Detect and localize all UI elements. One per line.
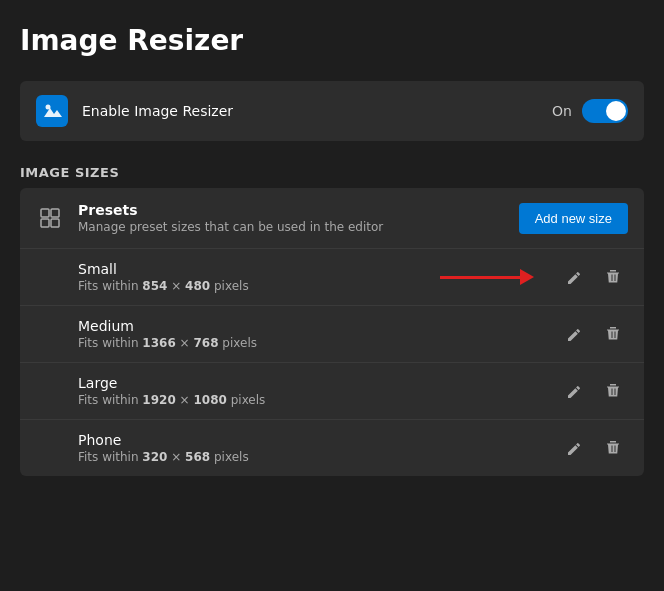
row-actions-large: [560, 376, 628, 406]
size-row-medium: Medium Fits within 1366 × 768 pixels: [20, 306, 644, 363]
size-row-phone: Phone Fits within 320 × 568 pixels: [20, 420, 644, 476]
svg-rect-2: [41, 209, 49, 217]
row-actions-small: [560, 262, 628, 292]
delete-phone-button[interactable]: [598, 433, 628, 463]
size-row-small: Small Fits within 854 × 480 pixels: [20, 249, 644, 306]
page-title: Image Resizer: [20, 24, 644, 57]
delete-small-button[interactable]: [598, 262, 628, 292]
size-desc-phone: Fits within 320 × 568 pixels: [78, 450, 560, 464]
add-new-size-button[interactable]: Add new size: [519, 203, 628, 234]
image-sizes-section: Image sizes Presets Manage preset sizes …: [20, 165, 644, 476]
enable-toggle[interactable]: [582, 99, 628, 123]
size-desc-small: Fits within 854 × 480 pixels: [78, 279, 560, 293]
size-name-small: Small: [78, 261, 560, 277]
delete-large-button[interactable]: [598, 376, 628, 406]
size-info-small: Small Fits within 854 × 480 pixels: [78, 261, 560, 293]
size-info-large: Large Fits within 1920 × 1080 pixels: [78, 375, 560, 407]
edit-small-button[interactable]: [560, 262, 590, 292]
svg-point-1: [46, 105, 51, 110]
svg-rect-5: [51, 219, 59, 227]
size-name-medium: Medium: [78, 318, 560, 334]
size-desc-large: Fits within 1920 × 1080 pixels: [78, 393, 560, 407]
enable-status: On: [552, 103, 572, 119]
size-name-large: Large: [78, 375, 560, 391]
delete-medium-button[interactable]: [598, 319, 628, 349]
size-info-medium: Medium Fits within 1366 × 768 pixels: [78, 318, 560, 350]
edit-phone-button[interactable]: [560, 433, 590, 463]
edit-medium-button[interactable]: [560, 319, 590, 349]
presets-text: Presets Manage preset sizes that can be …: [78, 202, 519, 234]
svg-rect-3: [41, 219, 49, 227]
presets-header: Presets Manage preset sizes that can be …: [20, 188, 644, 249]
row-actions-phone: [560, 433, 628, 463]
size-desc-medium: Fits within 1366 × 768 pixels: [78, 336, 560, 350]
size-name-phone: Phone: [78, 432, 560, 448]
presets-title: Presets: [78, 202, 519, 218]
presets-description: Manage preset sizes that can be used in …: [78, 220, 519, 234]
row-actions-medium: [560, 319, 628, 349]
presets-section: Presets Manage preset sizes that can be …: [20, 188, 644, 476]
svg-rect-4: [51, 209, 59, 217]
size-info-phone: Phone Fits within 320 × 568 pixels: [78, 432, 560, 464]
image-resizer-icon: [36, 95, 68, 127]
enable-image-resizer-row: Enable Image Resizer On: [20, 81, 644, 141]
image-sizes-heading: Image sizes: [20, 165, 644, 180]
edit-large-button[interactable]: [560, 376, 590, 406]
presets-icon: [36, 204, 64, 232]
size-row-large: Large Fits within 1920 × 1080 pixels: [20, 363, 644, 420]
enable-label: Enable Image Resizer: [82, 103, 552, 119]
